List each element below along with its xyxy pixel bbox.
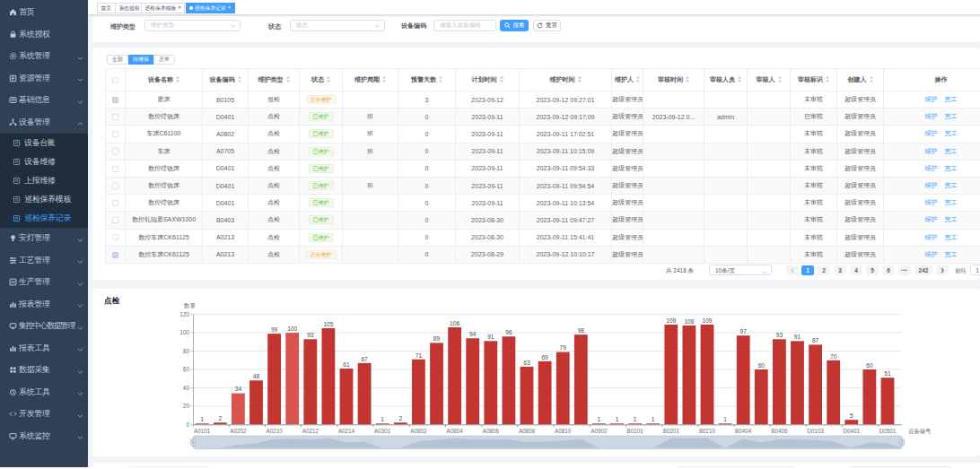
svg-text:A0214: A0214: [338, 428, 355, 434]
svg-text:105: 105: [323, 321, 333, 327]
svg-text:A0212: A0212: [302, 428, 319, 434]
svg-text:71: 71: [416, 352, 423, 359]
svg-text:40: 40: [183, 385, 190, 391]
svg-text:91: 91: [794, 334, 801, 340]
svg-text:A0101: A0101: [194, 428, 211, 434]
svg-text:1: 1: [616, 416, 619, 422]
svg-text:5: 5: [850, 413, 853, 419]
svg-text:97: 97: [740, 328, 748, 334]
svg-text:60: 60: [866, 362, 873, 369]
svg-text:89: 89: [433, 335, 441, 342]
svg-text:1: 1: [381, 416, 384, 422]
svg-text:A0301: A0301: [374, 428, 391, 434]
svg-text:2: 2: [398, 415, 402, 421]
svg-text:93: 93: [776, 332, 783, 338]
svg-text:69: 69: [541, 354, 548, 360]
svg-text:1: 1: [200, 416, 204, 422]
svg-text:A0808: A0808: [519, 428, 536, 434]
svg-text:109: 109: [702, 317, 712, 324]
svg-text:87: 87: [812, 337, 819, 343]
svg-text:106: 106: [450, 320, 459, 326]
svg-text:100: 100: [287, 326, 297, 332]
svg-text:98: 98: [578, 327, 585, 334]
svg-text:48: 48: [253, 373, 260, 379]
svg-text:108: 108: [684, 318, 694, 325]
svg-text:79: 79: [560, 344, 567, 351]
svg-text:96: 96: [505, 329, 512, 335]
svg-text:1: 1: [652, 416, 655, 422]
svg-text:61: 61: [343, 361, 350, 368]
svg-text:80: 80: [183, 348, 190, 354]
svg-text:B0201: B0201: [663, 428, 680, 434]
svg-text:A0806: A0806: [483, 428, 500, 434]
svg-text:91: 91: [487, 334, 494, 340]
svg-text:D0401: D0401: [844, 428, 861, 434]
svg-text:63: 63: [523, 360, 530, 366]
svg-text:B0406: B0406: [771, 428, 788, 434]
svg-text:0: 0: [186, 421, 189, 428]
svg-text:93: 93: [307, 332, 314, 338]
svg-text:D0103: D0103: [807, 428, 824, 434]
svg-text:120: 120: [179, 311, 189, 317]
svg-text:34: 34: [235, 386, 242, 392]
svg-text:100: 100: [179, 329, 189, 335]
svg-text:设备编号: 设备编号: [908, 428, 932, 434]
svg-text:A0202: A0202: [230, 428, 247, 434]
svg-text:D0501: D0501: [879, 428, 897, 434]
svg-text:B0404: B0404: [735, 428, 752, 434]
svg-text:A0810: A0810: [555, 428, 572, 434]
svg-text:1: 1: [634, 416, 637, 422]
svg-text:A0902: A0902: [591, 428, 608, 434]
svg-text:2: 2: [218, 415, 222, 421]
svg-text:109: 109: [666, 317, 676, 324]
svg-text:A0210: A0210: [266, 428, 283, 434]
svg-text:94: 94: [469, 331, 477, 337]
svg-text:99: 99: [271, 326, 278, 333]
svg-text:51: 51: [884, 370, 891, 377]
svg-text:70: 70: [830, 353, 837, 360]
svg-text:A0804: A0804: [446, 428, 463, 434]
svg-text:A0802: A0802: [410, 428, 427, 434]
svg-text:数量: 数量: [183, 302, 197, 308]
svg-text:B0210: B0210: [699, 428, 716, 434]
svg-text:20: 20: [183, 403, 190, 409]
svg-text:B0101: B0101: [626, 428, 643, 434]
svg-text:1: 1: [723, 416, 727, 422]
svg-text:1: 1: [598, 416, 601, 422]
svg-text:60: 60: [183, 366, 190, 372]
svg-text:60: 60: [758, 362, 766, 369]
svg-text:67: 67: [361, 356, 368, 362]
